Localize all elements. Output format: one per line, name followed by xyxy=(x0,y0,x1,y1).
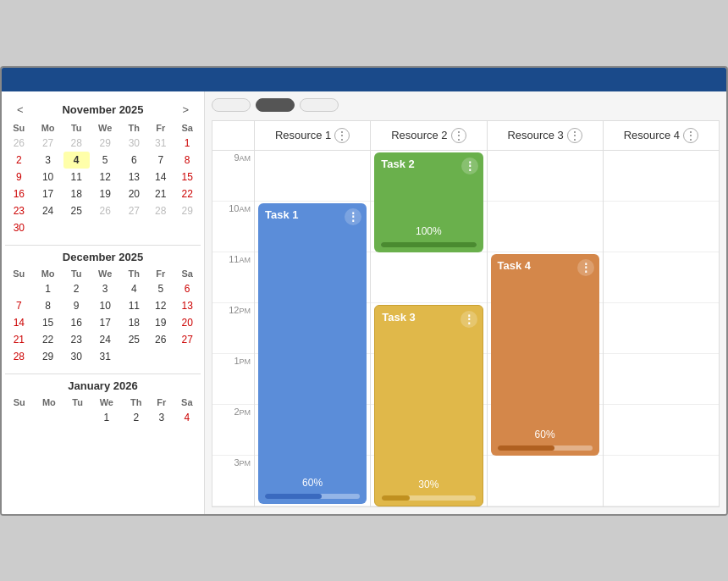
resource-3-menu-icon[interactable]: ⋮ xyxy=(567,128,582,143)
cal-day[interactable]: 26 xyxy=(5,135,33,152)
header-bar xyxy=(2,68,726,91)
cal-day[interactable]: 14 xyxy=(147,169,174,185)
cal-day[interactable]: 30 xyxy=(121,135,148,152)
cal-day[interactable]: 29 xyxy=(33,348,63,365)
task-3-progress-fill xyxy=(382,495,410,501)
next-button[interactable] xyxy=(300,98,339,112)
cal-day[interactable]: 21 xyxy=(5,331,33,348)
cal-day[interactable]: 25 xyxy=(121,331,148,348)
cal-day[interactable]: 30 xyxy=(63,348,90,365)
cal-day[interactable]: 7 xyxy=(147,152,174,169)
cal-day[interactable]: 18 xyxy=(121,314,148,331)
cal-day[interactable]: 24 xyxy=(90,331,121,348)
cal-day[interactable]: 27 xyxy=(33,135,63,152)
cal-day[interactable]: 3 xyxy=(90,280,121,297)
resource-columns: Task 1 ⋮ 60% xyxy=(255,151,719,506)
cal-day[interactable]: 13 xyxy=(174,297,201,314)
cal-day[interactable]: 26 xyxy=(147,331,174,348)
task-4-menu-icon[interactable]: ⋮ xyxy=(577,259,594,276)
cal-day[interactable]: 4 xyxy=(174,409,201,426)
cal-day[interactable]: 12 xyxy=(147,297,174,314)
cal-day[interactable]: 9 xyxy=(63,297,90,314)
cal-day[interactable]: 22 xyxy=(33,331,63,348)
resource-4-menu-icon[interactable]: ⋮ xyxy=(683,128,698,143)
cal-day[interactable]: 2 xyxy=(63,280,90,297)
resource-4-label: Resource 4 xyxy=(624,129,680,141)
resource-2-header: Resource 2 ⋮ xyxy=(371,121,487,150)
cal-day[interactable]: 4 xyxy=(121,280,148,297)
cal-day[interactable]: 4 xyxy=(63,152,90,169)
task-3-menu-icon[interactable]: ⋮ xyxy=(461,311,477,328)
cal-day[interactable]: 19 xyxy=(147,314,174,331)
cal-day[interactable]: 13 xyxy=(121,169,148,185)
cal-day[interactable]: 28 xyxy=(5,348,33,365)
cal-day[interactable]: 26 xyxy=(90,202,121,219)
cal-day[interactable]: 2 xyxy=(123,409,150,426)
divider-2 xyxy=(5,374,201,374)
cal-day[interactable]: 18 xyxy=(63,185,90,202)
cal-day[interactable]: 24 xyxy=(33,202,63,219)
cal-day[interactable]: 25 xyxy=(63,202,90,219)
cal-day[interactable]: 8 xyxy=(174,152,201,169)
cal-day[interactable]: 6 xyxy=(174,280,201,297)
cal-day[interactable]: 17 xyxy=(90,314,121,331)
cal-day[interactable]: 12 xyxy=(90,169,121,185)
cal-day[interactable]: 16 xyxy=(5,185,33,202)
cal-day[interactable]: 29 xyxy=(90,135,121,152)
day-header-su: Su xyxy=(5,121,33,135)
task-1-percent: 60% xyxy=(302,477,323,489)
cal-day[interactable]: 1 xyxy=(33,280,63,297)
cal-day[interactable]: 1 xyxy=(174,135,201,152)
cal-day[interactable]: 2 xyxy=(5,152,33,169)
cal-day[interactable]: 23 xyxy=(63,331,90,348)
cal-day[interactable]: 9 xyxy=(5,169,33,185)
cal-day[interactable]: 27 xyxy=(121,202,148,219)
task-4-progress-fill xyxy=(498,445,554,451)
cal-day[interactable]: 31 xyxy=(90,348,121,365)
cal-day[interactable]: 3 xyxy=(150,409,174,426)
cal-day[interactable]: 21 xyxy=(147,185,174,202)
cal-day[interactable]: 20 xyxy=(121,185,148,202)
cal-day[interactable]: 11 xyxy=(63,169,90,185)
left-panel: < November 2025 > Su Mo Tu We Th Fr Sa xyxy=(2,91,205,514)
task-4-block[interactable]: Task 4 ⋮ 60% xyxy=(491,254,599,456)
cal-day[interactable]: 17 xyxy=(33,185,63,202)
previous-button[interactable] xyxy=(212,98,251,112)
cal-day[interactable]: 10 xyxy=(33,169,63,185)
cal-day[interactable]: 10 xyxy=(90,297,121,314)
task-2-menu-icon[interactable]: ⋮ xyxy=(461,158,478,174)
cal-day[interactable]: 31 xyxy=(147,135,174,152)
cal-day[interactable]: 30 xyxy=(5,219,33,236)
cal-day[interactable]: 16 xyxy=(63,314,90,331)
cal-day[interactable]: 28 xyxy=(147,202,174,219)
cal-day[interactable]: 8 xyxy=(33,297,63,314)
cal-day[interactable]: 3 xyxy=(33,152,63,169)
cal-day[interactable]: 15 xyxy=(174,169,201,185)
resource-2-menu-icon[interactable]: ⋮ xyxy=(451,128,466,143)
task-2-block[interactable]: Task 2 ⋮ 100% xyxy=(374,152,483,252)
cal-day[interactable]: 7 xyxy=(5,297,33,314)
cal-day[interactable]: 28 xyxy=(63,135,90,152)
task-2-label: Task 2 xyxy=(381,158,415,170)
cal-day[interactable]: 27 xyxy=(174,331,201,348)
cal-day[interactable]: 23 xyxy=(5,202,33,219)
next-month-button[interactable]: > xyxy=(177,102,194,118)
task-1-block[interactable]: Task 1 ⋮ 60% xyxy=(258,203,367,504)
cal-day[interactable]: 11 xyxy=(121,297,148,314)
today-button[interactable] xyxy=(256,98,295,112)
cal-day[interactable]: 5 xyxy=(90,152,121,169)
cal-day[interactable]: 22 xyxy=(174,185,201,202)
cal-day[interactable]: 6 xyxy=(121,152,148,169)
main-content: < November 2025 > Su Mo Tu We Th Fr Sa xyxy=(2,91,726,514)
cal-day[interactable]: 5 xyxy=(147,280,174,297)
task-1-menu-icon[interactable]: ⋮ xyxy=(345,208,361,225)
cal-day[interactable]: 14 xyxy=(5,314,33,331)
cal-day[interactable]: 1 xyxy=(91,409,123,426)
cal-day[interactable]: 29 xyxy=(174,202,201,219)
prev-month-button[interactable]: < xyxy=(12,102,29,118)
cal-day[interactable]: 15 xyxy=(33,314,63,331)
cal-day[interactable]: 19 xyxy=(90,185,121,202)
cal-day[interactable]: 20 xyxy=(174,314,201,331)
resource-1-menu-icon[interactable]: ⋮ xyxy=(334,128,350,143)
task-3-block[interactable]: Task 3 ⋮ 30% xyxy=(374,305,483,506)
